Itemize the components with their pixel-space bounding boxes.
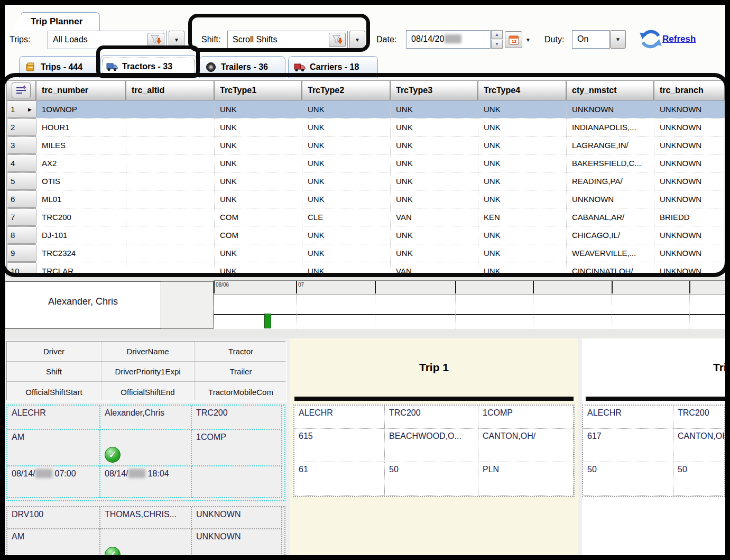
grid-cell[interactable]: UNK <box>302 226 391 244</box>
refresh-link[interactable]: Refresh <box>662 34 696 44</box>
grid-corner[interactable] <box>7 80 36 100</box>
duty-dropdown-button[interactable]: ▼ <box>610 30 626 49</box>
grid-cell[interactable]: CHICAGO,IL/ <box>567 226 654 244</box>
grid-row-header[interactable]: 7 <box>7 208 36 226</box>
grid-cell[interactable] <box>126 118 215 136</box>
grid-row[interactable]: 8DJ-101COMUNKUNKUNKCHICAGO,IL/UNKNOWN <box>7 226 725 244</box>
grid-cell[interactable] <box>126 100 215 118</box>
grid-cell[interactable]: UNKNOWN <box>567 190 654 208</box>
grid-cell[interactable]: UNK <box>478 244 567 262</box>
grid-cell[interactable]: UNK <box>478 226 567 244</box>
grid-cell[interactable]: UNKNOWN <box>654 226 725 244</box>
grid-cell[interactable]: TRCLAR <box>36 262 126 276</box>
grid-cell[interactable]: UNKNOWN <box>654 154 725 172</box>
grid-cell[interactable] <box>126 208 215 226</box>
grid-cell[interactable]: UNK <box>478 154 567 172</box>
date-field[interactable]: 08/14/20 <box>406 30 491 49</box>
grid-cell[interactable]: UNK <box>215 172 302 190</box>
duty-combo[interactable]: On <box>572 30 610 49</box>
grid-cell[interactable]: UNK <box>391 190 478 208</box>
grid-cell[interactable]: UNK <box>215 154 302 172</box>
grid-cell[interactable]: 1OWNOP <box>36 100 126 118</box>
grid-cell[interactable]: UNK <box>215 118 302 136</box>
grid-cell[interactable] <box>126 226 215 244</box>
date-picker-button[interactable]: 12 <box>505 31 522 48</box>
grid-cell[interactable]: UNKNOWN <box>654 100 725 118</box>
grid-cell[interactable]: UNK <box>478 262 567 276</box>
grid-cell[interactable]: CINCINNATI,OH/ <box>567 262 654 276</box>
grid-cell[interactable]: UNKNOWN <box>654 190 725 208</box>
gantt-task-bar[interactable] <box>264 314 271 328</box>
grid-cell[interactable]: UNK <box>302 154 391 172</box>
grid-column-header[interactable]: TrcType3 <box>391 80 478 100</box>
trips-dropdown-button[interactable]: ▼ <box>169 31 184 49</box>
grid-cell[interactable]: UNK <box>215 190 302 208</box>
grid-cell[interactable]: UNK <box>478 172 567 190</box>
gantt-driver-name[interactable]: Alexander, Chris <box>5 281 161 329</box>
grid-row-header[interactable]: 4 <box>7 154 36 172</box>
grid-cell[interactable]: UNK <box>215 136 302 154</box>
tab-trailers[interactable]: Trailers - 36 <box>199 56 285 78</box>
grid-row[interactable]: 1►1OWNOPUNKUNKUNKUNKUNKNOWNUNKNOWN <box>7 100 725 118</box>
grid-cell[interactable] <box>126 190 215 208</box>
grid-row[interactable]: 10TRCLARUNKUNKVANUNKCINCINNATI,OH/UNKNOW… <box>7 262 725 276</box>
grid-cell[interactable]: UNK <box>478 190 567 208</box>
grid-corner-button[interactable] <box>12 82 31 98</box>
grid-column-header[interactable]: TrcType2 <box>302 80 391 100</box>
grid-cell[interactable]: LAGRANGE,IN/ <box>567 136 654 154</box>
grid-cell[interactable]: READING,PA/ <box>567 172 654 190</box>
tab-carriers[interactable]: Carriers - 18 <box>288 56 378 78</box>
grid-cell[interactable]: UNK <box>391 154 478 172</box>
grid-cell[interactable]: UNKNOWN <box>654 244 725 262</box>
grid-row-header[interactable]: 8 <box>7 226 36 244</box>
grid-cell[interactable]: UNK <box>391 226 478 244</box>
trip-card[interactable]: ALECHR TRC200 617 CANTON,OH/ 50 50 <box>582 405 725 497</box>
grid-cell[interactable]: UNK <box>478 118 567 136</box>
driver-card[interactable]: DRV100 THOMAS,CHRIS... UNKNOWN AM ✓ UNKN… <box>6 506 285 560</box>
grid-row[interactable]: 9TRC2324UNKUNKUNKUNKWEAVERVILLE,...UNKNO… <box>7 244 725 262</box>
grid-row-header[interactable]: 2 <box>7 118 36 136</box>
shift-dropdown-button[interactable]: ▼ <box>349 31 365 49</box>
grid-cell[interactable]: UNK <box>302 100 391 118</box>
grid-cell[interactable]: UNK <box>391 118 478 136</box>
grid-cell[interactable] <box>126 172 215 190</box>
grid-cell[interactable]: UNK <box>302 262 391 276</box>
window-tab-trip-planner[interactable]: Trip Planner <box>21 12 100 31</box>
grid-cell[interactable]: UNK <box>215 100 302 118</box>
grid-cell[interactable]: KEN <box>478 208 567 226</box>
grid-cell[interactable]: BRIEDD <box>654 208 725 226</box>
grid-row-header[interactable]: 3 <box>7 136 36 154</box>
grid-row[interactable]: 6ML01UNKUNKUNKUNKUNKNOWNUNKNOWN <box>7 190 725 208</box>
grid-cell[interactable]: VAN <box>391 208 478 226</box>
grid-cell[interactable]: VAN <box>391 262 478 276</box>
driver-card[interactable]: ALECHR Alexander,Chris TRC200 AM ✓ 1COMP… <box>6 405 285 501</box>
grid-cell[interactable]: UNK <box>302 136 391 154</box>
grid-cell[interactable]: UNK <box>215 262 302 276</box>
grid-cell[interactable]: DJ-101 <box>36 226 126 244</box>
grid-cell[interactable]: UNK <box>478 136 567 154</box>
grid-cell[interactable]: UNK <box>391 136 478 154</box>
grid-column-header[interactable]: trc_number <box>36 80 126 100</box>
grid-cell[interactable]: UNK <box>391 244 478 262</box>
grid-cell[interactable]: BAKERSFIELD,C... <box>567 154 654 172</box>
tab-trips[interactable]: Trips - 444 <box>19 56 99 78</box>
grid-cell[interactable]: INDIANAPOLIS,... <box>567 118 654 136</box>
trip-card[interactable]: ALECHR TRC200 1COMP 615 BEACHWOOD,O... C… <box>293 405 575 497</box>
grid-cell[interactable]: UNK <box>391 172 478 190</box>
trips-filter-button[interactable] <box>147 33 164 47</box>
grid-cell[interactable]: UNK <box>302 172 391 190</box>
grid-cell[interactable]: UNK <box>302 244 391 262</box>
grid-cell[interactable]: TRC200 <box>36 208 126 226</box>
gantt-timeline[interactable]: 08/0607 <box>214 280 725 329</box>
grid-cell[interactable] <box>126 154 215 172</box>
grid-cell[interactable]: COM <box>215 208 302 226</box>
grid-cell[interactable]: HOUR1 <box>36 118 126 136</box>
grid-cell[interactable]: WEAVERVILLE,... <box>567 244 654 262</box>
grid-cell[interactable]: CLE <box>302 208 391 226</box>
grid-cell[interactable]: UNK <box>478 100 567 118</box>
grid-cell[interactable]: UNKNOWN <box>654 262 725 276</box>
grid-cell[interactable]: UNK <box>302 118 391 136</box>
grid-row-header[interactable]: 9 <box>7 244 36 262</box>
grid-row-header[interactable]: 1► <box>7 100 36 118</box>
grid-row[interactable]: 4AX2UNKUNKUNKUNKBAKERSFIELD,C...UNKNOWN <box>7 154 725 172</box>
